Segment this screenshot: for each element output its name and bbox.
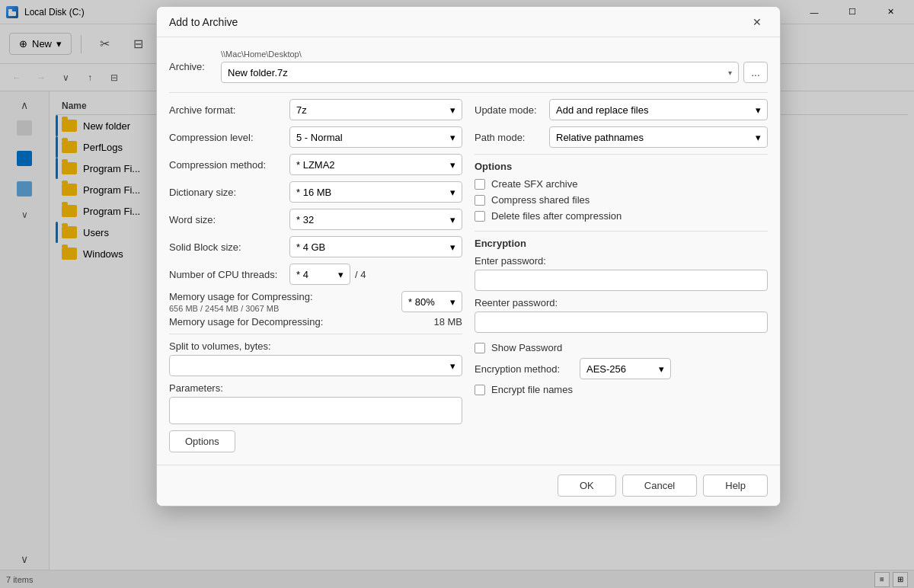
memory-decompress-row: Memory usage for Decompressing: 18 MB bbox=[169, 316, 462, 328]
dictionary-size-select[interactable]: * 16 MB ▾ bbox=[289, 181, 462, 203]
cpu-threads-controls: * 4 ▾ / 4 bbox=[289, 264, 366, 285]
word-size-arrow: ▾ bbox=[450, 214, 455, 225]
compression-level-row: Compression level: 5 - Normal ▾ bbox=[169, 126, 462, 148]
split-input[interactable]: ▾ bbox=[169, 355, 462, 376]
right-column: Update mode: Add and replace files ▾ Pat… bbox=[475, 99, 768, 452]
update-mode-label: Update mode: bbox=[475, 104, 543, 116]
enter-password-label: Enter password: bbox=[475, 255, 768, 267]
dictionary-size-arrow: ▾ bbox=[450, 187, 455, 198]
archive-label: Archive: bbox=[169, 61, 215, 72]
cpu-threads-label: Number of CPU threads: bbox=[169, 269, 283, 280]
browse-button[interactable]: ... bbox=[743, 62, 768, 83]
encryption-method-select[interactable]: AES-256 ▾ bbox=[580, 358, 671, 379]
encryption-title: Encryption bbox=[475, 238, 768, 249]
word-size-value: * 32 bbox=[296, 214, 314, 225]
solid-block-arrow: ▾ bbox=[450, 241, 455, 253]
show-password-checkbox[interactable] bbox=[475, 343, 485, 353]
memory-compress-labels: Memory usage for Compressing: 656 MB / 2… bbox=[169, 291, 313, 313]
show-password-label: Show Password bbox=[491, 342, 562, 353]
dictionary-size-value: * 16 MB bbox=[296, 187, 331, 198]
word-size-label: Word size: bbox=[169, 214, 283, 225]
memory-decompress-label: Memory usage for Decompressing: bbox=[169, 316, 323, 328]
memory-compress-row: Memory usage for Compressing: 656 MB / 2… bbox=[169, 291, 462, 313]
dialog-footer: OK Cancel Help bbox=[157, 465, 780, 506]
divider-4 bbox=[475, 231, 768, 232]
update-mode-value: Add and replace files bbox=[556, 104, 648, 116]
options-section: Options Create SFX archive Compress shar… bbox=[475, 161, 768, 222]
divider-3 bbox=[475, 154, 768, 155]
params-input[interactable] bbox=[169, 397, 462, 424]
compression-level-value: 5 - Normal bbox=[296, 132, 343, 143]
delete-after-checkbox[interactable] bbox=[475, 211, 485, 222]
archive-path-hint: \\Mac\Home\Desktop\ bbox=[221, 50, 768, 59]
split-arrow: ▾ bbox=[450, 360, 455, 372]
memory-compress-select[interactable]: * 80% ▾ bbox=[401, 291, 462, 312]
add-to-archive-dialog: Add to Archive ✕ Archive: \\Mac\Home\Des… bbox=[156, 6, 781, 507]
params-label: Parameters: bbox=[169, 382, 462, 394]
encryption-section: Encryption Enter password: Reenter passw… bbox=[475, 238, 768, 395]
delete-after-label: Delete files after compression bbox=[491, 210, 622, 222]
left-column: Archive format: 7z ▾ Compression level: … bbox=[169, 99, 462, 452]
memory-compress-label: Memory usage for Compressing: bbox=[169, 291, 313, 302]
create-sfx-label: Create SFX archive bbox=[491, 178, 577, 190]
ok-button[interactable]: OK bbox=[558, 475, 616, 497]
archive-format-select[interactable]: 7z ▾ bbox=[289, 99, 462, 120]
compression-level-arrow: ▾ bbox=[450, 132, 455, 143]
enter-password-input[interactable] bbox=[475, 270, 768, 291]
solid-block-label: Solid Block size: bbox=[169, 241, 283, 253]
compression-method-label: Compression method: bbox=[169, 159, 283, 171]
update-mode-row: Update mode: Add and replace files ▾ bbox=[475, 99, 768, 120]
options-button[interactable]: Options bbox=[169, 430, 235, 452]
help-button[interactable]: Help bbox=[703, 475, 768, 497]
update-mode-arrow: ▾ bbox=[756, 104, 761, 116]
update-mode-select[interactable]: Add and replace files ▾ bbox=[549, 99, 768, 120]
compression-method-arrow: ▾ bbox=[450, 159, 455, 171]
word-size-select[interactable]: * 32 ▾ bbox=[289, 209, 462, 230]
solid-block-value: * 4 GB bbox=[296, 241, 325, 253]
memory-compress-arrow: ▾ bbox=[450, 296, 455, 308]
divider-1 bbox=[169, 92, 768, 93]
word-size-row: Word size: * 32 ▾ bbox=[169, 209, 462, 230]
options-title: Options bbox=[475, 161, 768, 172]
create-sfx-checkbox[interactable] bbox=[475, 179, 485, 190]
compression-level-select[interactable]: 5 - Normal ▾ bbox=[289, 126, 462, 148]
params-section: Parameters: bbox=[169, 382, 462, 424]
encrypt-names-row: Encrypt file names bbox=[475, 384, 768, 395]
dialog-titlebar: Add to Archive ✕ bbox=[157, 7, 780, 37]
dictionary-size-label: Dictionary size: bbox=[169, 187, 283, 198]
cpu-threads-value: * 4 bbox=[296, 269, 308, 280]
encrypt-names-label: Encrypt file names bbox=[491, 384, 573, 395]
archive-name-select[interactable]: New folder.7z ▾ bbox=[221, 62, 739, 83]
dialog-body: Archive: \\Mac\Home\Desktop\ New folder.… bbox=[157, 37, 780, 465]
cpu-threads-select[interactable]: * 4 ▾ bbox=[289, 264, 350, 285]
archive-format-label: Archive format: bbox=[169, 104, 283, 116]
cpu-threads-row: Number of CPU threads: * 4 ▾ / 4 bbox=[169, 264, 462, 285]
cancel-button[interactable]: Cancel bbox=[622, 475, 697, 497]
compress-shared-row: Compress shared files bbox=[475, 194, 768, 206]
encryption-method-value: AES-256 bbox=[586, 363, 626, 375]
delete-after-row: Delete files after compression bbox=[475, 210, 768, 222]
archive-format-value: 7z bbox=[296, 104, 307, 116]
encrypt-names-checkbox[interactable] bbox=[475, 385, 485, 395]
compress-shared-label: Compress shared files bbox=[491, 194, 590, 206]
memory-compress-value: * 80% bbox=[408, 296, 435, 308]
cpu-threads-arrow: ▾ bbox=[338, 269, 344, 280]
reenter-password-input[interactable] bbox=[475, 312, 768, 333]
archive-format-row: Archive format: 7z ▾ bbox=[169, 99, 462, 120]
dialog-close-button[interactable]: ✕ bbox=[746, 11, 768, 33]
compression-method-value: * LZMA2 bbox=[296, 159, 335, 171]
compress-shared-checkbox[interactable] bbox=[475, 195, 485, 206]
encryption-method-label: Encryption method: bbox=[475, 363, 574, 375]
path-mode-select[interactable]: Relative pathnames ▾ bbox=[549, 126, 768, 148]
solid-block-select[interactable]: * 4 GB ▾ bbox=[289, 236, 462, 257]
dialog-columns: Archive format: 7z ▾ Compression level: … bbox=[169, 99, 768, 452]
archive-name-arrow: ▾ bbox=[728, 69, 732, 77]
compression-method-select[interactable]: * LZMA2 ▾ bbox=[289, 154, 462, 175]
split-row: Split to volumes, bytes: ▾ bbox=[169, 340, 462, 376]
divider-2 bbox=[169, 334, 462, 334]
path-mode-value: Relative pathnames bbox=[556, 132, 644, 143]
split-label: Split to volumes, bytes: bbox=[169, 340, 462, 352]
archive-name-value: New folder.7z bbox=[228, 67, 288, 78]
solid-block-row: Solid Block size: * 4 GB ▾ bbox=[169, 236, 462, 257]
dialog-title: Add to Archive bbox=[169, 16, 238, 28]
